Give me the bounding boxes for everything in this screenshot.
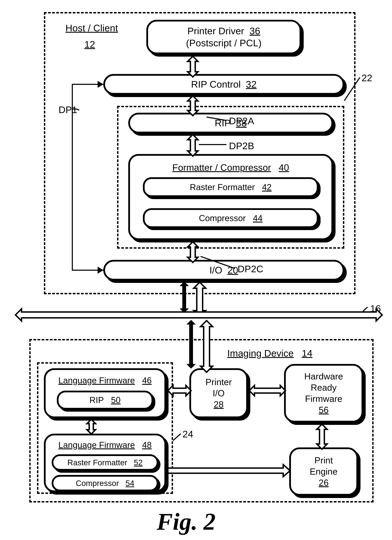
bus-ref: 16 (370, 303, 381, 314)
imaging-device-title: Imaging Device 14 (227, 348, 312, 359)
dp2c-label: DP2C (238, 263, 263, 275)
group-24-ref: 24 (182, 429, 193, 440)
printer-driver-line2: (Postscript / PCL) (186, 37, 262, 49)
group-22-ref: 22 (362, 72, 372, 84)
compressor-box: Compressor 44 (143, 208, 318, 228)
printer-io-label: Printer I/O (205, 376, 232, 399)
printer-io-ref: 28 (214, 399, 224, 410)
print-engine-line2: Engine (310, 466, 338, 477)
lang-fw-48-title: Language Firmware 48 (58, 440, 152, 450)
dp1-label: DP1 (59, 104, 77, 115)
compressor-54-box: Compressor 54 (52, 475, 158, 491)
host-client-ref: 12 (84, 39, 95, 50)
hrf-box: Hardware Ready Firmware 56 (284, 364, 363, 422)
rip-control-label: RIP Control (191, 78, 241, 90)
hrf-line3: Firmware (305, 393, 342, 404)
raster-formatter-box: Raster Formatter 42 (143, 177, 318, 197)
hrf-ref: 56 (319, 404, 329, 415)
raster-formatter-52-label: Raster Formatter (67, 458, 127, 467)
print-engine-line1: Print (315, 455, 333, 466)
printer-io-box: Printer I/O 28 (189, 368, 248, 418)
compressor-54-label: Compressor (76, 479, 119, 488)
dp2a-label: DP2A (229, 115, 254, 126)
rip-control-box: RIP Control 32 (103, 74, 344, 95)
compressor-label: Compressor (199, 213, 246, 223)
rip-50-label: RIP (90, 395, 104, 405)
rip-control-ref: 32 (246, 78, 256, 90)
print-engine-ref: 26 (319, 477, 329, 488)
hrf-line2: Ready (311, 382, 337, 393)
formatter-title: Formatter / Compressor 40 (172, 162, 289, 174)
lang-fw-46-title: Language Firmware 46 (58, 375, 152, 386)
dp2b-label: DP2B (229, 140, 254, 151)
compressor-ref: 44 (253, 213, 262, 223)
rip-50-ref: 50 (111, 395, 121, 405)
hrf-line1: Hardware (304, 371, 343, 382)
raster-formatter-52-box: Raster Formatter 52 (52, 454, 158, 471)
io-ref: 20 (227, 264, 238, 276)
io-box: I/O 20 (103, 260, 344, 280)
rip-50-box: RIP 50 (57, 391, 153, 410)
printer-driver-line1: Printer Driver 36 (187, 25, 260, 37)
io-label: I/O (210, 264, 222, 276)
host-client-title: Host / Client (65, 22, 118, 34)
figure-caption: Fig. 2 (157, 508, 216, 535)
raster-formatter-ref: 42 (262, 182, 272, 192)
raster-formatter-52-ref: 52 (134, 458, 143, 467)
compressor-54-ref: 54 (126, 479, 134, 488)
raster-formatter-label: Raster Formatter (190, 182, 255, 192)
printer-driver-box: Printer Driver 36 (Postscript / PCL) (146, 20, 301, 54)
rip-label: RIP (215, 117, 231, 129)
print-engine-box: Print Engine 26 (289, 447, 358, 496)
